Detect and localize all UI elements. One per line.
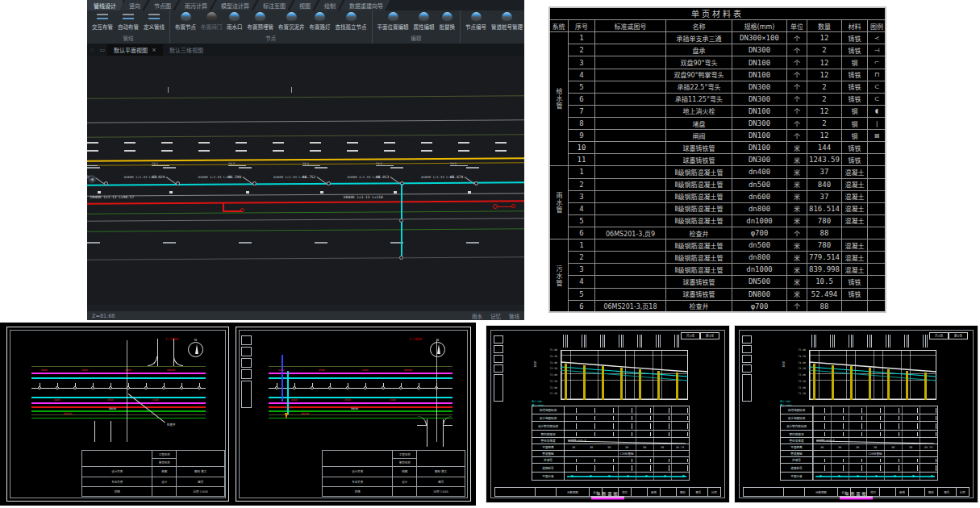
station-tick [401,383,402,386]
profile-row-4: 管内底埋深 [780,431,938,438]
toolbar-button-批替换[interactable]: 批替换 [437,11,458,31]
table-cell: 839.998 [807,264,842,276]
ribbon-tab-7[interactable]: 视图 [290,0,318,10]
pipe-micro-label: d500 [319,369,325,372]
value-mark [613,416,614,420]
ribbon-tab-2[interactable]: 竖向 [119,0,148,10]
distance-value: 30 [902,446,920,449]
table-cell: Ⅱ级钢筋混凝土管 [666,252,732,264]
value-mark [650,432,651,436]
value-mark [917,423,918,429]
table-cell: DN100 [732,56,787,69]
profile-row-values: 30303030303029.75 [565,444,689,450]
station-label-ticks [849,335,853,348]
table-cell [868,276,886,288]
manhole-node[interactable] [474,181,478,185]
float-window-icon[interactable]: ▭ [96,44,107,56]
manhole-node[interactable] [104,181,108,185]
manhole-node[interactable] [252,181,256,185]
plan-manhole [56,386,59,389]
ribbon-tab-6[interactable]: 标注至图 [253,0,293,10]
toolbar-button-label: 布置节点 [175,23,196,31]
table-cell: 钢 [842,56,868,69]
table-cell: 铸铁 [842,69,868,81]
value-mark [576,423,577,429]
table-cell: ⊓ [868,69,886,81]
station-tick [75,383,76,386]
manhole-bar [565,364,567,400]
toolbar-button-雨水口[interactable]: 雨水口 [224,11,245,31]
table-cell [595,154,666,166]
ribbon-tab-8[interactable]: 绘制 [315,0,343,10]
table-cell: DN100 [732,130,787,142]
distance-value: 30 [884,446,902,449]
status-item[interactable]: 管线 [509,312,519,320]
value-mark [594,432,595,436]
plan-manhole [144,386,148,389]
status-item[interactable]: 记忆 [490,312,501,320]
pan-left-icon[interactable]: ◀ [88,175,96,183]
toolbar-button-布置预埋管[interactable]: 布置预埋管 [245,11,277,31]
toolbar-button-查找孤立节点[interactable]: 查找孤立节点 [333,11,369,31]
tab-3d-view[interactable]: 默认三维视图 [163,44,210,56]
profile-row-values: C25砼基础 [565,451,689,456]
table-cell: 7 [569,105,595,117]
table-cell [595,130,666,142]
value-mark [843,423,844,429]
toolbar-button-定义管线[interactable]: 定义管线 [141,11,167,31]
drawing-canvas[interactable]: Y9-167.368dn600 i=1.43 L=98Y9-267.029dn6… [87,56,524,305]
toolbar-button-布置节点[interactable]: 布置节点 [173,11,198,31]
table-cell: 6 [569,93,595,105]
table-cell [868,166,886,178]
ribbon-tab-1[interactable]: 管线设计 [87,0,123,10]
toolbar-button-交互布管[interactable]: 交互布管 [90,11,115,31]
branch-node[interactable] [399,219,403,223]
toolbar-button-布置沉泥井[interactable]: 布置沉泥井 [276,11,307,31]
status-item[interactable]: 雨水 [472,312,482,320]
manhole-bar [639,369,641,400]
toolbar-button-布置阀门[interactable]: 布置阀门 [198,11,224,31]
elevation-axis-label: 72.00 [786,386,806,389]
toolbar-button-label: 管道桩号管理 [491,23,523,31]
toolbar-button-平面位置编辑[interactable]: 平面位置编辑 [375,11,411,31]
station-label-ticks [867,335,872,348]
profile-row-label: 管径及坡度 [781,438,813,443]
ribbon-tab-3[interactable]: 节点图 [144,0,178,10]
table-cell: 球墨铸铁管 [666,154,732,166]
table-cell: ⊂ [868,81,886,93]
dock-layout-icon[interactable]: ∴ [87,44,96,56]
ribbon-tab-4[interactable]: 雨污计算 [175,0,215,10]
value-mark [687,459,688,462]
table-cell: ≺ [868,32,886,44]
toolbar-button-属性编辑[interactable]: 属性编辑 [411,11,437,31]
node-cylinder-icon [502,12,512,21]
distance-values: 30303030303029.75 [813,444,937,450]
tab-plan-view[interactable]: 默认平面视图 × [107,44,163,56]
plan-pipeline [31,373,206,374]
blue-branch-pipe [281,355,283,402]
pipe-micro-label: DN400 [167,369,175,372]
north-arrow-icon: N [188,342,203,357]
ribbon-tab-5[interactable]: 模型法计算 [211,0,256,10]
plan-manhole [399,386,402,389]
elevation-axis-label: 73.50 [786,367,806,370]
ribbon-tab-9[interactable]: 数据重建向导 [340,0,390,10]
toolbar-button-管道桩号管理[interactable]: 管道桩号管理 [489,11,524,31]
toolbar-button-节点编号[interactable]: 节点编号 [463,11,489,31]
toolbar-button-label: 属性编辑 [414,23,435,31]
table-cell: 米 [787,276,807,288]
profile-sheet-2: 共1张第1张 标高 纵1:100横1:1000 自然地面标高设计地面标高设计管内… [734,325,978,503]
value-mark [650,459,651,462]
value-mark [687,408,688,413]
close-icon[interactable]: × [152,47,156,53]
manhole-node[interactable] [327,181,331,185]
table-cell: 钢 [842,105,868,117]
table-cell: 4 [569,276,595,288]
manhole-node[interactable] [176,181,180,185]
branch-node[interactable] [399,256,403,260]
toolbar-button-自动布管[interactable]: 自动布管 [115,11,141,31]
distance-value: 30 [618,446,636,449]
pipe-micro-label: d300 [152,398,159,402]
toolbar-button-布置路灯[interactable]: 布置路灯 [307,11,333,31]
profile-lines [561,350,688,400]
